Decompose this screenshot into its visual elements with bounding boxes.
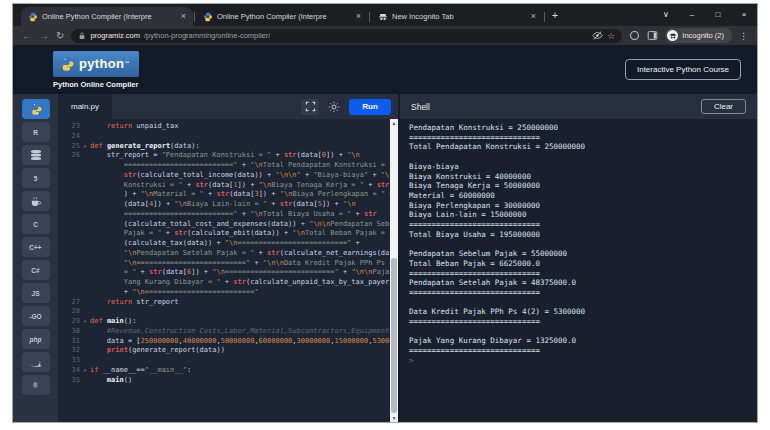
sidebar-item-csharp[interactable]: C# bbox=[22, 260, 50, 280]
editor-toolbar: main.py Run bbox=[58, 94, 398, 119]
code-editor[interactable]: 23 return unpaid_tax24 25▾def generate_r… bbox=[58, 119, 390, 422]
code-line: ==========================" + "\nTotal P… bbox=[58, 161, 390, 171]
eye-off-icon[interactable] bbox=[592, 30, 603, 41]
theme-toggle-icon[interactable] bbox=[325, 99, 343, 115]
fold-gutter bbox=[80, 220, 90, 230]
window-controls: ∨ – □ × bbox=[653, 4, 757, 26]
incognito-avatar bbox=[667, 30, 678, 41]
line-number bbox=[58, 161, 80, 171]
sidebar-item-r[interactable]: R bbox=[22, 122, 50, 142]
line-number bbox=[58, 249, 80, 259]
clear-button[interactable]: Clear bbox=[701, 99, 746, 114]
code-line: "\nPendapatan Setelah Pajak = " + str(ca… bbox=[58, 249, 390, 259]
file-tab-mainpy[interactable]: main.py bbox=[58, 94, 112, 119]
site-logo[interactable]: python™ Python Online Compiler bbox=[53, 51, 139, 89]
fold-gutter bbox=[80, 337, 90, 347]
workbench: R5CC++C#JS-GOphp® main.py Run 23 return … bbox=[13, 94, 757, 422]
javascript-icon: JS bbox=[32, 290, 40, 297]
menu-kebab-icon[interactable]: ⋮ bbox=[739, 31, 748, 41]
shell-line: ============================= bbox=[409, 288, 748, 298]
new-tab-button[interactable]: + bbox=[546, 7, 564, 25]
fold-caret-icon[interactable]: ▾ bbox=[80, 142, 90, 152]
tab-close-icon[interactable]: × bbox=[354, 12, 363, 21]
line-number: 23 bbox=[58, 122, 80, 132]
line-number: 27 bbox=[58, 298, 80, 308]
browser-tab[interactable]: Online Python Compiler (Interpre× bbox=[21, 7, 193, 26]
sidebar-item-java[interactable] bbox=[22, 191, 50, 211]
shell-line: Biaya Perlengkapan = 30000000 bbox=[409, 201, 748, 211]
interactive-course-button[interactable]: Interactive Python Course bbox=[625, 59, 741, 80]
shell-line bbox=[409, 152, 748, 162]
extension-circle-icon[interactable] bbox=[629, 30, 640, 41]
sidebar-item-cpp[interactable]: C++ bbox=[22, 237, 50, 257]
incognito-badge[interactable]: Incognito (2) bbox=[665, 28, 732, 43]
line-number: 26 bbox=[58, 151, 80, 161]
code-line: ) + "\nMaterial = " + str(data[3]) + "\n… bbox=[58, 190, 390, 200]
fold-gutter bbox=[80, 190, 90, 200]
run-button[interactable]: Run bbox=[349, 99, 391, 115]
scroll-up-icon[interactable]: ▲ bbox=[390, 119, 398, 127]
incognito-label: Incognito (2) bbox=[682, 31, 724, 40]
bookmark-star-icon[interactable]: ☆ bbox=[607, 31, 615, 41]
code-line: Konstruksi = " + str(data[1]) + "\nBiaya… bbox=[58, 181, 390, 191]
sidebar-item-javascript[interactable]: JS bbox=[22, 283, 50, 303]
maximize-icon[interactable]: □ bbox=[705, 4, 731, 24]
python-favicon bbox=[28, 12, 38, 22]
fold-gutter bbox=[80, 327, 90, 337]
window-menu-icon[interactable]: ∨ bbox=[653, 4, 679, 24]
fullscreen-icon[interactable] bbox=[301, 99, 319, 115]
python-logo-box: python™ bbox=[53, 51, 139, 77]
sidebar-item-html[interactable]: 5 bbox=[22, 168, 50, 188]
line-number bbox=[58, 190, 80, 200]
code-line: 26 str_report = "Pendapatan Konstruksi =… bbox=[58, 151, 390, 161]
browser-tab[interactable]: New Incognito Tab× bbox=[371, 7, 543, 26]
editor-scrollbar[interactable]: ▲ ▼ bbox=[390, 119, 398, 422]
shell-line: Pendapatan Sebelum Pajak = 55000000 bbox=[409, 249, 748, 259]
site-header: python™ Python Online Compiler Interacti… bbox=[13, 45, 757, 94]
back-icon[interactable]: ← bbox=[22, 31, 32, 41]
address-bar[interactable]: programiz.com /python-programming/online… bbox=[71, 29, 622, 43]
line-number: 32 bbox=[58, 346, 80, 356]
code-line: 30 #Revenue,Construction Costs,Labor,Mat… bbox=[58, 327, 390, 337]
sidebar-item-php[interactable]: php bbox=[22, 329, 50, 349]
line-number bbox=[58, 259, 80, 269]
php-icon: php bbox=[30, 336, 42, 343]
scrollbar-thumb[interactable] bbox=[391, 258, 397, 413]
sidebar-item-python[interactable] bbox=[22, 99, 50, 119]
fold-gutter bbox=[80, 151, 90, 161]
sidebar-item-go[interactable]: -GO bbox=[22, 306, 50, 326]
sidebar-item-c[interactable]: C bbox=[22, 214, 50, 234]
fold-gutter bbox=[80, 288, 90, 298]
fold-gutter bbox=[80, 171, 90, 181]
tab-title: Online Python Compiler (Interpre bbox=[217, 12, 350, 21]
code-line: 28 bbox=[58, 307, 390, 317]
fold-caret-icon[interactable]: ▾ bbox=[80, 317, 90, 327]
close-icon[interactable]: × bbox=[731, 4, 757, 24]
tab-title: Online Python Compiler (Interpre bbox=[42, 12, 175, 21]
tab-close-icon[interactable]: × bbox=[179, 12, 188, 21]
code-line: 27 return str_report bbox=[58, 298, 390, 308]
forward-icon[interactable]: → bbox=[39, 31, 49, 41]
scroll-down-icon[interactable]: ▼ bbox=[390, 414, 398, 422]
shell-line bbox=[409, 298, 748, 308]
line-number: 25 bbox=[58, 142, 80, 152]
reload-icon[interactable]: ↻ bbox=[56, 31, 64, 41]
fold-gutter bbox=[80, 298, 90, 308]
tab-separator bbox=[194, 12, 195, 22]
fold-gutter bbox=[80, 239, 90, 249]
shell-output[interactable]: Pendapatan Konstruksi = 250000000=======… bbox=[400, 119, 757, 422]
fold-caret-icon[interactable]: ▾ bbox=[80, 366, 90, 376]
tab-close-icon[interactable]: × bbox=[529, 12, 538, 21]
sidebar-item-sql[interactable] bbox=[22, 145, 50, 165]
shell-line: Data Kredit Pajak PPh Ps 4(2) = 5300000 bbox=[409, 307, 748, 317]
code-line: 32 print(generate_report(data)) bbox=[58, 346, 390, 356]
tab-title: New Incognito Tab bbox=[392, 12, 525, 21]
side-panel-icon[interactable] bbox=[647, 30, 658, 41]
sidebar-item-swift[interactable] bbox=[22, 352, 50, 372]
sidebar-item-rust[interactable]: ® bbox=[22, 375, 50, 395]
browser-tab[interactable]: Online Python Compiler (Interpre× bbox=[196, 7, 368, 26]
line-number: 24 bbox=[58, 132, 80, 142]
shell-line: Pajak Yang Kurang Dibayar = 1325000.0 bbox=[409, 336, 748, 346]
minimize-icon[interactable]: – bbox=[679, 4, 705, 24]
fold-gutter bbox=[80, 259, 90, 269]
